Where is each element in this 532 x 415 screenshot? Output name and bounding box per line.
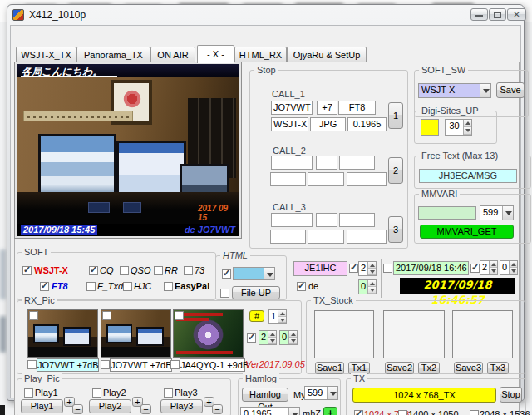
rx-spinner-b[interactable]: 0 bbox=[279, 330, 298, 345]
dropdown-arrow-icon[interactable] bbox=[264, 268, 274, 279]
tx3-button[interactable]: Tx3 bbox=[487, 362, 509, 374]
cq-checkbox[interactable] bbox=[89, 266, 98, 275]
call1-format-field[interactable]: JPG bbox=[310, 117, 346, 131]
callsign-checkbox[interactable] bbox=[349, 264, 358, 273]
call3-freq-field[interactable] bbox=[347, 230, 387, 244]
spinner-up-icon[interactable] bbox=[368, 280, 376, 287]
tab-panorama-tx[interactable]: Panorama_TX bbox=[76, 47, 150, 62]
qso-checkbox[interactable] bbox=[120, 266, 129, 275]
free-text-field[interactable]: JH3ECA/MSG bbox=[419, 169, 517, 183]
call2-button[interactable]: 2 bbox=[388, 157, 403, 184]
save2-button[interactable]: Save2 bbox=[385, 362, 414, 374]
date-spinner-b[interactable]: 0 bbox=[500, 260, 518, 275]
res-2048-checkbox[interactable] bbox=[470, 410, 479, 415]
date-checkbox[interactable] bbox=[383, 264, 392, 273]
spinner-up-icon[interactable] bbox=[510, 261, 517, 268]
ft8-checkbox[interactable] bbox=[40, 282, 49, 291]
freq-plus-button[interactable]: + bbox=[323, 407, 337, 415]
spinner-down-icon[interactable] bbox=[289, 338, 297, 344]
play1-load-button[interactable]: Play1 Load bbox=[21, 399, 63, 413]
station-top-spinner[interactable]: 2 bbox=[358, 261, 377, 276]
play3-minus-button[interactable]: − bbox=[212, 404, 223, 414]
rx-label-3-checkbox[interactable] bbox=[170, 360, 180, 369]
mmvari-rst-combo[interactable]: 599 bbox=[480, 205, 514, 220]
tx1-button[interactable]: Tx1 bbox=[348, 362, 370, 374]
wsjtx-checkbox[interactable] bbox=[22, 266, 32, 275]
rr-checkbox[interactable] bbox=[154, 266, 163, 275]
tx-stock-slot-3[interactable] bbox=[452, 310, 513, 358]
rx-label-2-checkbox[interactable] bbox=[101, 360, 110, 369]
de-checkbox[interactable] bbox=[297, 282, 306, 291]
date-field[interactable]: 2017/09/18 16:46 bbox=[393, 261, 469, 275]
save1-button[interactable]: Save1 bbox=[315, 362, 344, 374]
rx-spin-checkbox[interactable] bbox=[247, 333, 256, 343]
call3-button[interactable]: 3 bbox=[388, 216, 403, 243]
tab-wsjtx-tx[interactable]: WSJT-X_TX bbox=[16, 47, 76, 62]
call2-freq-field[interactable] bbox=[347, 172, 387, 186]
spinner-down-icon[interactable] bbox=[368, 269, 376, 275]
hjc-checkbox[interactable] bbox=[123, 282, 132, 291]
call1-mode-field[interactable]: FT8 bbox=[338, 101, 376, 115]
play1-minus-button[interactable]: − bbox=[72, 404, 83, 414]
spinner-down-icon[interactable] bbox=[490, 268, 497, 274]
tab-on-air[interactable]: ON AIR bbox=[150, 47, 195, 62]
freq-combo[interactable]: 0.1965 bbox=[240, 407, 300, 415]
spinner-up-icon[interactable] bbox=[368, 262, 376, 269]
rx-thumb-2-checkbox[interactable] bbox=[102, 311, 111, 320]
save-button[interactable]: Save bbox=[496, 82, 525, 98]
call1-freq-field[interactable]: 0.1965 bbox=[347, 117, 387, 131]
ftxd-checkbox[interactable] bbox=[86, 282, 96, 291]
spinner-down-icon[interactable] bbox=[464, 127, 471, 135]
call1-report-field[interactable]: +7 bbox=[317, 101, 337, 115]
spinner-up-icon[interactable] bbox=[278, 310, 286, 317]
mmvari-field[interactable] bbox=[418, 206, 476, 220]
my-rst-combo[interactable]: 599 bbox=[304, 386, 338, 400]
easypal-checkbox[interactable] bbox=[164, 282, 173, 291]
spinner-down-icon[interactable] bbox=[278, 317, 286, 324]
call3-soft-field[interactable] bbox=[270, 230, 306, 244]
soft-sw-combo[interactable]: WSJT-X bbox=[418, 83, 491, 98]
cb73-checkbox[interactable] bbox=[184, 266, 193, 275]
file-up-checkbox[interactable] bbox=[220, 289, 229, 298]
call2-format-field[interactable] bbox=[308, 172, 344, 186]
tx-stop-button[interactable]: Stop bbox=[500, 387, 522, 403]
call2-callsign-field[interactable] bbox=[271, 156, 313, 170]
tx-stock-slot-1[interactable] bbox=[314, 310, 374, 358]
call1-button[interactable]: 1 bbox=[388, 102, 403, 129]
dropdown-arrow-icon[interactable] bbox=[502, 206, 513, 220]
digi-sites-spinner[interactable]: 30 bbox=[445, 119, 472, 136]
close-button[interactable]: ✕ bbox=[507, 8, 526, 21]
tx-stock-slot-2[interactable] bbox=[383, 310, 445, 358]
html-combo[interactable] bbox=[233, 267, 275, 280]
play2-checkbox[interactable] bbox=[92, 388, 101, 398]
html-combo-checkbox[interactable] bbox=[222, 269, 231, 279]
spinner-up-icon[interactable] bbox=[490, 261, 497, 268]
tab-ojyaru-setup[interactable]: OjyaRu & SetUp bbox=[287, 47, 367, 62]
play3-load-button[interactable]: Play3 Load bbox=[160, 399, 203, 413]
call2-report-field[interactable] bbox=[316, 156, 337, 170]
file-up-button[interactable]: File UP bbox=[232, 286, 280, 299]
dropdown-arrow-icon[interactable] bbox=[288, 408, 299, 415]
mmvari-get-button[interactable]: MMVARI_GET bbox=[420, 225, 514, 239]
play1-checkbox[interactable] bbox=[24, 388, 33, 398]
save3-button[interactable]: Save3 bbox=[454, 362, 483, 374]
hamlog-out-button[interactable]: Hamlog Out bbox=[242, 388, 288, 402]
call3-report-field[interactable] bbox=[316, 213, 337, 227]
call3-format-field[interactable] bbox=[308, 230, 344, 244]
spinner-up-icon[interactable] bbox=[289, 331, 297, 338]
dropdown-arrow-icon[interactable] bbox=[480, 84, 490, 97]
spinner-up-icon[interactable] bbox=[268, 331, 276, 338]
rx-label-1-checkbox[interactable] bbox=[27, 360, 37, 369]
play2-load-button[interactable]: Play2 Load bbox=[89, 399, 131, 413]
spinner-down-icon[interactable] bbox=[268, 338, 276, 344]
date-spinner-a[interactable]: 2 bbox=[480, 260, 498, 275]
spinner-up-icon[interactable] bbox=[464, 120, 471, 127]
res-1024-checkbox[interactable] bbox=[354, 410, 363, 415]
rx-spinner-a[interactable]: 2 bbox=[259, 330, 277, 345]
rx-thumb-3-checkbox[interactable] bbox=[175, 311, 184, 320]
hash-button[interactable]: # bbox=[249, 310, 264, 322]
maximize-button[interactable] bbox=[489, 8, 506, 21]
call3-mode-field[interactable] bbox=[339, 213, 375, 227]
call1-callsign-field[interactable]: JO7VWT bbox=[271, 101, 313, 115]
tab-x-active[interactable]: - X - bbox=[197, 45, 234, 63]
